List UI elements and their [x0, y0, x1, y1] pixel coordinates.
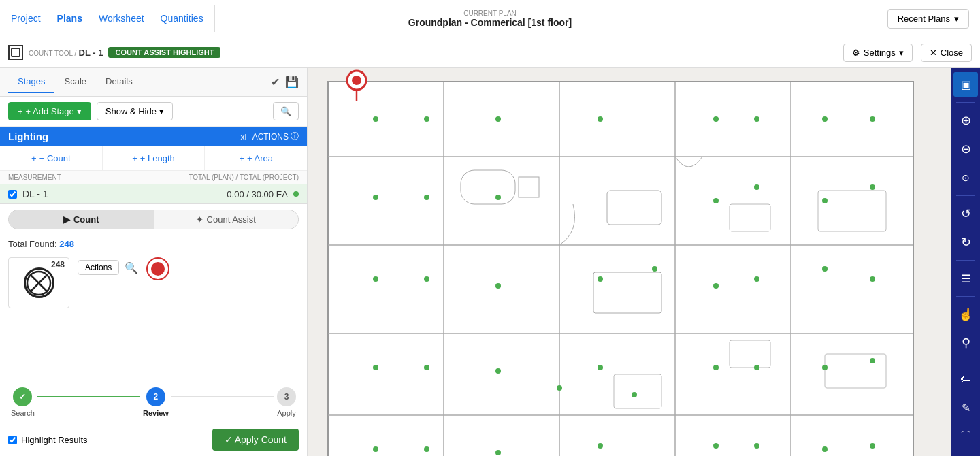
svg-point-43: [822, 266, 828, 272]
step-apply-label: Apply: [277, 409, 296, 417]
add-count-button[interactable]: + + Count: [0, 146, 103, 170]
magnet-button[interactable]: ⚲: [953, 331, 978, 355]
nav-project[interactable]: Project: [11, 13, 41, 24]
check-circle-icon[interactable]: ✔: [271, 76, 280, 88]
lighting-title: Lighting: [8, 131, 240, 142]
svg-point-31: [495, 195, 501, 200]
close-x-icon: ✕: [930, 48, 937, 58]
svg-point-64: [352, 76, 361, 85]
target-circle-button[interactable]: [146, 257, 169, 280]
svg-point-37: [424, 276, 429, 282]
total-found-value: 248: [59, 239, 74, 249]
svg-point-54: [424, 446, 429, 452]
add-area-button[interactable]: + + Area: [205, 146, 307, 170]
plus-icon: +: [18, 106, 23, 116]
svg-point-60: [870, 443, 875, 449]
svg-point-38: [495, 283, 501, 289]
add-stage-button[interactable]: + + Add Stage ▾: [8, 102, 91, 120]
save-icon[interactable]: 💾: [285, 76, 299, 88]
svg-point-29: [373, 195, 378, 200]
svg-point-56: [598, 443, 603, 449]
count-tab[interactable]: ▶ Count: [9, 210, 154, 229]
nav-divider: [214, 5, 215, 32]
svg-point-36: [373, 276, 378, 282]
tab-scale[interactable]: Scale: [54, 71, 96, 93]
svg-point-62: [557, 385, 562, 391]
rt-divider-1: [956, 102, 975, 103]
step-review-circle: 2: [146, 387, 165, 406]
secondary-toolbar: COUNT TOOL / DL - 1 COUNT ASSIST HIGHLIG…: [0, 37, 980, 68]
nav-worksheet[interactable]: Worksheet: [99, 13, 144, 24]
add-area-label: + Area: [247, 153, 273, 163]
show-hide-label: Show & Hide: [105, 106, 157, 116]
count-tool-info: COUNT TOOL / DL - 1 COUNT ASSIST HIGHLIG…: [8, 45, 220, 60]
close-button[interactable]: ✕ Close: [921, 44, 972, 62]
tab-details[interactable]: Details: [96, 71, 142, 93]
progress-steps: ✓ Search 2 Review 3 Apply: [0, 380, 307, 423]
pencil-button[interactable]: ✎: [953, 395, 978, 420]
undo-button[interactable]: ↺: [953, 201, 978, 226]
zoom-fit-button[interactable]: ⊙: [953, 165, 978, 190]
step-review: 2 Review: [143, 387, 169, 417]
svg-point-48: [598, 365, 603, 370]
current-plan-label: CURRENT PLAN: [408, 10, 572, 17]
map-area[interactable]: [308, 68, 951, 456]
svg-point-39: [598, 276, 603, 282]
action-bar: + + Add Stage ▾ Show & Hide ▾ 🔍: [0, 97, 307, 127]
recent-plans-button[interactable]: Recent Plans ▾: [887, 9, 969, 29]
zoom-in-button[interactable]: ⊕: [953, 108, 978, 133]
actions-label: ACTIONS: [252, 132, 289, 142]
apply-count-button[interactable]: ✓ Apply Count: [212, 429, 299, 451]
symbol-area: 248 Actions 🔍: [0, 253, 307, 312]
symbol-search-button[interactable]: 🔍: [125, 261, 138, 274]
panel-toggle-button[interactable]: ▣: [953, 72, 978, 97]
nav-quantities[interactable]: Quantities: [161, 13, 203, 24]
rt-divider-3: [956, 260, 975, 261]
nav-plans[interactable]: Plans: [57, 13, 82, 24]
symbol-actions-button[interactable]: Actions: [78, 260, 119, 275]
symbol-count-badge: 248: [51, 260, 65, 270]
floor-plan-svg: [308, 68, 951, 456]
dl-checkbox[interactable]: [8, 190, 17, 199]
redo-button[interactable]: ↻: [953, 230, 978, 255]
svg-point-42: [754, 276, 760, 282]
step-search: ✓ Search: [11, 387, 35, 417]
svg-point-55: [495, 450, 501, 455]
length-plus-icon: +: [132, 153, 137, 163]
list-view-button[interactable]: ☰: [953, 266, 978, 291]
add-buttons-row: + + Count + + Length + + Area: [0, 146, 307, 171]
actions-button[interactable]: ACTIONS ⓘ: [252, 131, 299, 142]
steps-row: ✓ Search 2 Review 3 Apply: [11, 387, 296, 417]
dl-row[interactable]: DL - 1 0.00 / 30.00 EA: [0, 184, 307, 204]
touch-button[interactable]: ☝: [953, 302, 978, 327]
highlight-results-label[interactable]: Highlight Results: [8, 435, 88, 445]
svg-point-52: [870, 358, 875, 363]
svg-point-22: [424, 116, 429, 122]
dl-total-plan: 0.00: [227, 189, 244, 199]
count-assist-tab[interactable]: ✦ Count Assist: [154, 210, 299, 229]
svg-point-24: [598, 116, 603, 122]
tag-button[interactable]: 🏷: [953, 367, 978, 391]
total-found-label: Total Found:: [8, 239, 57, 249]
show-hide-button[interactable]: Show & Hide ▾: [97, 102, 173, 120]
lighting-header: Lighting xl ACTIONS ⓘ: [0, 127, 307, 146]
measurement-label: MEASUREMENT: [8, 174, 61, 181]
svg-point-53: [373, 446, 378, 452]
settings-button[interactable]: ⚙ Settings ▾: [843, 44, 913, 62]
tab-stages[interactable]: Stages: [8, 71, 54, 93]
search-button[interactable]: 🔍: [273, 102, 299, 120]
nav-links: Project Plans Worksheet Quantities: [11, 13, 203, 24]
rt-divider-2: [956, 195, 975, 196]
dl-badge: DL - 1: [79, 48, 103, 58]
add-length-button[interactable]: + + Length: [103, 146, 206, 170]
zoom-out-button[interactable]: ⊖: [953, 137, 978, 161]
apply-count-label: ✓ Apply Count: [225, 434, 287, 445]
highlight-checkbox[interactable]: [8, 436, 17, 444]
bottom-action-bar: Highlight Results ✓ Apply Count: [0, 423, 307, 456]
recent-plans-label: Recent Plans: [898, 14, 950, 24]
curve-button[interactable]: ⌒: [953, 424, 978, 449]
svg-point-45: [373, 365, 378, 370]
svg-point-34: [822, 198, 828, 203]
dl-values: 0.00 / 30.00 EA: [227, 189, 288, 199]
count-tool-labels: COUNT TOOL / DL - 1: [29, 48, 103, 58]
